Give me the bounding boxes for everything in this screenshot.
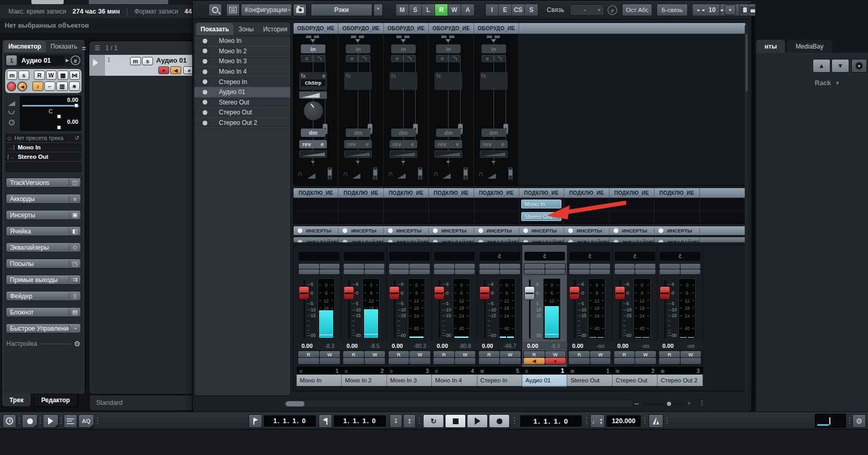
monitor-button[interactable]: ◀	[524, 358, 545, 364]
drag-handle[interactable]	[701, 401, 702, 407]
routing-header-cell[interactable]: ПОДКЛЮ_ИЕ	[654, 188, 699, 197]
routing-cell[interactable]	[474, 198, 519, 224]
headphone-icon[interactable]: ∩	[478, 169, 484, 178]
routing-header-cell[interactable]: ПОДКЛЮ_ИЕ	[338, 188, 383, 197]
rack-header-cell[interactable]: ОБОРУДО_ИЕ	[338, 23, 383, 33]
channel-list-item[interactable]: Моно In	[194, 36, 290, 46]
mixer-channel-strip[interactable]: c̄60510150006121824400.00-ooRW○○3Стерео …	[658, 245, 702, 387]
track-preset-row[interactable]: ◇ Нет пресета трека ↺	[5, 134, 81, 142]
read-automation-button[interactable]: R	[659, 351, 680, 357]
mute-button[interactable]: m	[7, 71, 17, 80]
channel-button[interactable]	[343, 358, 364, 364]
routing-header-cell[interactable]: ПОДКЛЮ_ИЕ	[519, 188, 564, 197]
routing-cell[interactable]	[654, 198, 699, 224]
eq-cell[interactable]: ЭКВАЛАЙЗЕР	[609, 237, 654, 243]
zoom-slider[interactable]: +	[635, 401, 702, 407]
channel-visible-dot[interactable]	[203, 79, 207, 84]
eq-cell[interactable]: ЭКВАЛАЙЗЕР	[294, 237, 338, 243]
gear-icon[interactable]: ⚙	[74, 340, 80, 348]
read-automation-button[interactable]: R	[614, 351, 635, 357]
channel-name[interactable]: Моно In 2	[342, 375, 386, 386]
write-automation-button[interactable]: W	[590, 351, 611, 357]
music-mode-icon[interactable]: ♪	[32, 81, 43, 91]
fx-edit-button[interactable]: e	[322, 73, 325, 79]
inspector-section-quick-controls[interactable]: Быстрое Управление◔	[6, 323, 81, 333]
cue-fader[interactable]	[327, 167, 332, 180]
tab-show[interactable]: Показать	[46, 41, 82, 52]
pan-handle[interactable]	[57, 114, 61, 119]
track-name[interactable]: Аудио 01	[18, 55, 64, 65]
inserts-cell[interactable]: ИНСЕРТЫ	[294, 228, 338, 234]
rack-filter-button-e[interactable]: E	[499, 4, 512, 16]
track-list-menu-icon[interactable]: ☰	[95, 44, 100, 52]
rev-edit-button[interactable]: e	[366, 141, 369, 147]
tab-instruments[interactable]: нты	[756, 40, 785, 53]
track-monitor-button[interactable]: ◀	[170, 66, 181, 74]
eq-cell[interactable]: ЭКВАЛАЙЗЕР	[429, 237, 474, 243]
move-down-button[interactable]: ▼	[831, 59, 849, 73]
channel-button[interactable]	[409, 358, 430, 364]
write-automation-button[interactable]: W	[635, 351, 656, 357]
lanes-icon[interactable]: ▦	[57, 71, 68, 80]
channel-button[interactable]	[660, 264, 680, 269]
routing-header-cell[interactable]: ПОДКЛЮ_ИЕ	[384, 188, 429, 197]
inserts-cell[interactable]: ИНСЕРТЫ	[564, 228, 609, 234]
channel-button[interactable]	[569, 270, 590, 275]
channel-button[interactable]	[479, 270, 500, 275]
channel-button[interactable]	[545, 270, 566, 275]
dm-button[interactable]: dm	[301, 129, 325, 137]
volume-value[interactable]: 0.00	[297, 343, 318, 349]
tab-mediabay[interactable]: MediaBay	[787, 40, 831, 53]
settings-row[interactable]: Настройка ⚙	[5, 340, 81, 348]
channel-button[interactable]	[434, 264, 454, 269]
track-row[interactable]: 1 m s Аудио 01 ● ◀ e o R	[89, 55, 192, 76]
inspector-section-equalizers[interactable]: Эквалайзеры◇	[6, 242, 81, 252]
tempo-track-button[interactable]: ♩▲▼	[590, 414, 605, 428]
channel-button[interactable]	[365, 264, 385, 269]
volume-value[interactable]: 0.00	[477, 343, 498, 349]
peak-value[interactable]: -oo	[634, 343, 658, 349]
channel-button[interactable]	[365, 270, 385, 275]
peak-value[interactable]: -66.7	[498, 343, 522, 349]
channel-button[interactable]	[320, 264, 340, 269]
tab-inspector[interactable]: Инспектор	[4, 41, 46, 52]
configurations-dropdown[interactable]: Конфигурации ▼	[241, 4, 292, 16]
read-automation-button[interactable]: R	[569, 351, 590, 357]
channel-button[interactable]	[635, 358, 656, 364]
rev-edit-button[interactable]: e	[321, 141, 324, 147]
track-handle[interactable]: 1	[89, 55, 105, 76]
channel-visible-dot[interactable]	[203, 39, 207, 43]
channel-button[interactable]	[320, 358, 341, 364]
filter-curve-icon[interactable]	[449, 55, 461, 62]
channel-button[interactable]	[389, 358, 409, 364]
pan-control[interactable]	[299, 252, 339, 261]
write-automation-button[interactable]: W	[365, 351, 385, 357]
channel-button[interactable]	[500, 358, 521, 364]
rev-edit-button[interactable]: e	[501, 141, 504, 147]
channel-visible-dot[interactable]	[203, 121, 207, 125]
output-routing-row[interactable]: ⌈→ Stereo Out	[5, 153, 81, 161]
eq-cell[interactable]: ЭКВАЛАЙЗЕР	[338, 237, 383, 243]
channel-button[interactable]	[365, 358, 385, 364]
channel-button[interactable]	[433, 358, 454, 364]
rev-edit-button[interactable]: e	[456, 141, 459, 147]
mixer-channel-strip[interactable]: 60510150006121824400.00-8.3RW○1Моно In	[297, 245, 342, 387]
routing-cell[interactable]: Моно InStereo Out	[519, 198, 564, 224]
filter-button-l[interactable]: L	[422, 4, 435, 16]
routing-cell[interactable]	[294, 198, 338, 224]
channel-list-item[interactable]: Stereo Out	[194, 98, 290, 108]
volume-value[interactable]: 0.00	[567, 343, 588, 349]
track-mute-button[interactable]: m	[130, 57, 141, 65]
volume-value[interactable]: 0.00	[522, 343, 543, 349]
mixer-channel-strip[interactable]: c̄60510150006121824400.00-8.3RW◀●○1Аудио…	[522, 245, 567, 387]
filter-button-m[interactable]: M	[396, 4, 409, 16]
tab-editor[interactable]: Редактор	[33, 393, 78, 407]
channel-button[interactable]	[434, 270, 454, 275]
channel-button[interactable]	[455, 270, 475, 275]
channel-button[interactable]	[320, 270, 340, 275]
channel-button[interactable]	[569, 358, 590, 364]
volume-value[interactable]: 0.00	[613, 343, 634, 349]
reload-icon[interactable]: ↺	[75, 135, 79, 142]
tab-visibility[interactable]: Показать	[196, 23, 233, 36]
cue-fader[interactable]	[508, 167, 513, 180]
